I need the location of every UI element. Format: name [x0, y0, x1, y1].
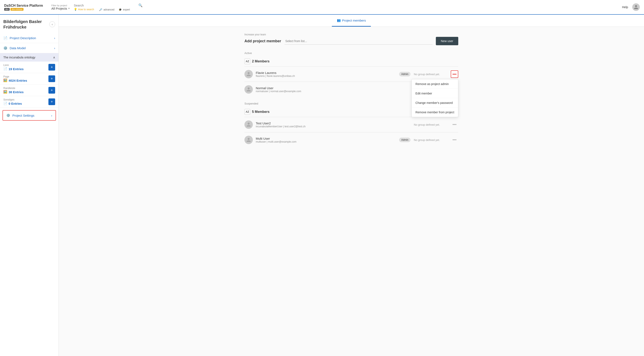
sidebar-item-project-description[interactable]: 📄 Project Description › [0, 33, 58, 43]
randleiste-count-text: 38 Entries [8, 90, 24, 94]
flavie-name: Flavie Laurens [256, 71, 399, 75]
search-advanced-icon: 🔎 [99, 8, 102, 11]
search-input[interactable] [74, 3, 137, 7]
chevron-right-icon: › [54, 36, 55, 40]
randleiste-add-button[interactable]: + [48, 87, 55, 94]
header-right: Help [622, 3, 640, 11]
dropdown-item-remove-from-project[interactable]: Remove member from project [412, 108, 458, 117]
expert-label: expert [123, 8, 130, 11]
sonstiges-doc-icon: 📄 [3, 102, 7, 105]
flavie-more-button[interactable]: ••• [451, 70, 458, 78]
page-info: Page 🖼️ 4024 Entries [3, 75, 27, 82]
ontology-section[interactable]: The incunabula ontology ∧ [0, 53, 58, 62]
badge-dev: dev [4, 8, 10, 11]
search-icon[interactable]: 🔍 [138, 3, 142, 7]
user-avatar[interactable] [632, 3, 640, 11]
help-button[interactable]: Help [622, 5, 628, 9]
multiuser-name: Multi User [256, 137, 399, 140]
settings-label: Project Settings [12, 114, 34, 117]
dropdown-item-remove-admin[interactable]: Remove as project admin [412, 79, 458, 89]
filter-value-text: All Projects [51, 7, 67, 10]
header: DaSCH Service Platform dev dev-release F… [0, 0, 644, 15]
settings-chevron-icon: › [51, 114, 52, 117]
dropdown-item-change-password[interactable]: Change member's password [412, 98, 458, 108]
table-row: Multi User multiuser | multi.user@exampl… [244, 132, 458, 148]
sidebar-item-data-model[interactable]: ⚙️ Data Model › [0, 43, 58, 53]
testuser2-info: Test User2 incunabulaMemberUser | test.u… [256, 122, 414, 128]
logo: DaSCH Service Platform dev dev-release [4, 4, 43, 11]
normaluser-name: Normal User [256, 86, 414, 90]
sonstiges-count-text: 0 Entries [8, 102, 22, 105]
member-select-input[interactable] [284, 38, 432, 45]
randleiste-img-icon: 🖼️ [3, 90, 7, 94]
add-member-subtitle: Increase your team [244, 33, 458, 36]
settings-icon: ⚙️ [6, 114, 10, 117]
multiuser-group-text: No group defined yet. [414, 138, 447, 142]
randleiste-info: Randleiste 🖼️ 38 Entries [3, 87, 24, 94]
filter-label: Filter by project [51, 4, 70, 7]
normaluser-info: Normal User normaluser | normal.user@exa… [256, 86, 414, 93]
advanced-search-link[interactable]: 🔎 advanced [99, 8, 114, 11]
list-item: Randleiste 🖼️ 38 Entries + [0, 85, 58, 96]
multiuser-admin-badge: Admin [399, 138, 410, 142]
sonstiges-count: 📄 0 Entries [3, 102, 22, 105]
search-area: 🔍 💡 How to search 🔎 advanced 🎓 expert [74, 3, 178, 11]
filter-by-project[interactable]: Filter by project All Projects ▾ [51, 4, 70, 10]
how-to-search-link[interactable]: How to search [78, 8, 94, 11]
tab-project-members[interactable]: 👥 Project members [332, 15, 371, 27]
testuser2-more-button[interactable]: ••• [451, 121, 458, 128]
testuser2-group-text: No group defined yet. [414, 123, 447, 126]
randleiste-name: Randleiste [3, 87, 24, 90]
chevron-down-icon: ▾ [68, 7, 70, 10]
avatar-icon [634, 4, 638, 10]
livre-info: Livre 📄 19 Entries [3, 64, 24, 71]
active-label: Active [244, 51, 458, 55]
sidebar-collapse-button[interactable]: ‹ [49, 21, 55, 27]
page-add-button[interactable]: + [48, 75, 55, 82]
sidebar-item-project-settings[interactable]: ⚙️ Project Settings › [2, 110, 56, 121]
member-avatar-normaluser [244, 85, 253, 94]
dropdown-item-edit-member[interactable]: Edit member [412, 89, 458, 98]
bulb-icon: 💡 [74, 8, 77, 11]
main-content-area: Increase your team Add project member Ne… [236, 27, 467, 159]
randleiste-count: 🖼️ 38 Entries [3, 90, 24, 94]
flavie-group-text: No group defined yet. [414, 73, 447, 76]
table-row: Test User2 incunabulaMemberUser | test.u… [244, 117, 458, 132]
suspended-count-label: 5 Members [252, 110, 270, 114]
page-img-icon: 🖼️ [3, 79, 7, 82]
tab-label-project-members: Project members [342, 19, 366, 22]
list-item: Page 🖼️ 4024 Entries + [0, 73, 58, 85]
list-item: Livre 📄 19 Entries + [0, 62, 58, 73]
description-icon: 📄 [3, 36, 8, 40]
search-row: 🔍 [74, 3, 178, 7]
sidebar: Bilderfolgen Basler Frühdrucke ‹ 📄 Proje… [0, 15, 59, 356]
new-user-button[interactable]: New user [436, 37, 458, 45]
livre-add-button[interactable]: + [48, 64, 55, 71]
search-sub: 💡 How to search 🔎 advanced 🎓 expert [74, 8, 178, 11]
add-member-section: Increase your team Add project member Ne… [244, 33, 458, 45]
expert-search-link[interactable]: 🎓 expert [119, 8, 130, 11]
sonstiges-add-button[interactable]: + [48, 98, 55, 105]
ontology-item-randleiste: Randleiste 🖼️ 38 Entries + [3, 87, 55, 94]
active-members-section: Active AZ 2 Members Flavie Laurens flaur… [244, 51, 458, 97]
ontology-item-livre: Livre 📄 19 Entries + [3, 64, 55, 71]
multiuser-info: Multi User multiuser | multi.user@exampl… [256, 137, 399, 143]
avatar-icon-testuser2 [246, 122, 251, 127]
avatar-icon-multiuser [246, 137, 251, 142]
page-count-text: 4024 Entries [8, 79, 27, 82]
layout: Bilderfolgen Basler Frühdrucke ‹ 📄 Proje… [0, 15, 644, 356]
active-count-label: 2 Members [252, 59, 270, 63]
sidebar-item-label-data-model: Data Model [10, 46, 26, 50]
project-name: Bilderfolgen Basler Frühdrucke [3, 19, 49, 30]
sort-az-icon-suspended[interactable]: AZ [244, 109, 250, 115]
ontology-item-sonstiges: Sonstiges 📄 0 Entries + [3, 98, 55, 105]
sonstiges-info: Sonstiges 📄 0 Entries [3, 98, 22, 105]
chevron-right-icon-2: › [54, 46, 55, 50]
multiuser-detail: multiuser | multi.user@example.com [256, 140, 399, 143]
filter-value[interactable]: All Projects ▾ [51, 7, 70, 10]
sort-az-icon[interactable]: AZ [244, 58, 250, 64]
data-model-icon: ⚙️ [3, 46, 8, 50]
sonstiges-name: Sonstiges [3, 98, 22, 101]
multiuser-more-button[interactable]: ••• [451, 136, 458, 144]
flavie-detail: flaurens | flavie.laurens@unibas.ch [256, 75, 399, 77]
